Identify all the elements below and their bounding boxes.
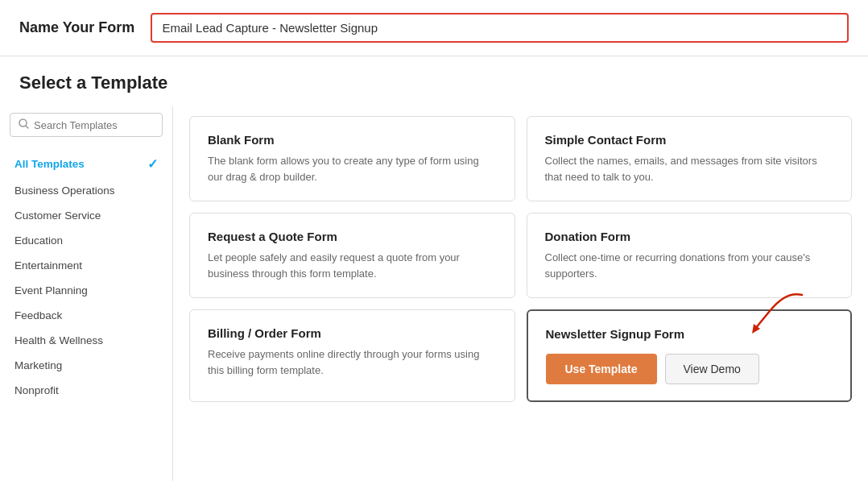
section-title: Select a Template	[0, 56, 868, 93]
sidebar-item-entertainment[interactable]: Entertainment	[10, 253, 163, 278]
template-title: Blank Form	[208, 133, 497, 147]
template-card-quote[interactable]: Request a Quote Form Let people safely a…	[189, 213, 515, 298]
templates-grid: Blank Form The blank form allows you to …	[173, 106, 868, 481]
template-desc: Collect the names, emails, and messages …	[545, 153, 834, 185]
sidebar-item-label: All Templates	[14, 158, 85, 170]
sidebar-item-health[interactable]: Health & Wellness	[10, 328, 163, 353]
template-desc: Receive payments online directly through…	[208, 346, 497, 378]
sidebar-item-label: Customer Service	[14, 209, 101, 222]
template-desc: Collect one-time or recurring donations …	[545, 250, 834, 281]
template-desc: The blank form allows you to create any …	[208, 153, 497, 185]
template-title: Billing / Order Form	[208, 326, 497, 340]
sidebar-item-marketing[interactable]: Marketing	[10, 353, 163, 378]
sidebar-item-nonprofit[interactable]: Nonprofit	[10, 378, 163, 403]
template-card-contact[interactable]: Simple Contact Form Collect the names, e…	[527, 116, 853, 201]
sidebar-item-customer[interactable]: Customer Service	[10, 203, 163, 228]
sidebar-item-label: Marketing	[14, 359, 62, 371]
use-template-button[interactable]: Use Template	[546, 354, 657, 384]
template-title: Donation Form	[545, 230, 834, 243]
sidebar-item-education[interactable]: Education	[10, 228, 163, 253]
template-title: Simple Contact Form	[545, 133, 834, 147]
search-input[interactable]	[34, 119, 154, 131]
template-card-newsletter[interactable]: Newsletter Signup Form Use Template View…	[527, 309, 853, 402]
svg-line-1	[26, 126, 28, 128]
sidebar-item-label: Entertainment	[14, 259, 82, 272]
header: Name Your Form	[0, 0, 868, 56]
template-title: Request a Quote Form	[208, 230, 497, 243]
card-buttons: Use Template View Demo	[546, 354, 833, 384]
check-icon: ✓	[147, 156, 158, 172]
template-card-blank[interactable]: Blank Form The blank form allows you to …	[189, 116, 515, 201]
template-desc: Let people safely and easily request a q…	[208, 250, 497, 281]
sidebar-item-label: Nonprofit	[14, 384, 59, 396]
form-name-input[interactable]	[151, 13, 849, 43]
template-title: Newsletter Signup Form	[546, 327, 833, 341]
sidebar-item-label: Business Operations	[14, 185, 115, 197]
sidebar-item-label: Health & Wellness	[14, 334, 103, 346]
sidebar-item-event[interactable]: Event Planning	[10, 278, 163, 303]
view-demo-button[interactable]: View Demo	[665, 354, 759, 384]
sidebar-item-label: Education	[14, 234, 63, 247]
sidebar-item-business[interactable]: Business Operations	[10, 178, 163, 203]
sidebar: All Templates ✓ Business Operations Cust…	[0, 106, 173, 481]
form-name-label: Name Your Form	[19, 19, 134, 36]
search-icon	[19, 118, 29, 131]
template-card-billing[interactable]: Billing / Order Form Receive payments on…	[189, 309, 515, 402]
sidebar-item-label: Feedback	[14, 309, 62, 321]
sidebar-item-all[interactable]: All Templates ✓	[10, 150, 163, 178]
search-box[interactable]	[10, 113, 163, 137]
sidebar-item-feedback[interactable]: Feedback	[10, 303, 163, 328]
sidebar-item-label: Event Planning	[14, 284, 88, 296]
content-area: All Templates ✓ Business Operations Cust…	[0, 106, 868, 481]
template-card-donation[interactable]: Donation Form Collect one-time or recurr…	[527, 213, 853, 298]
